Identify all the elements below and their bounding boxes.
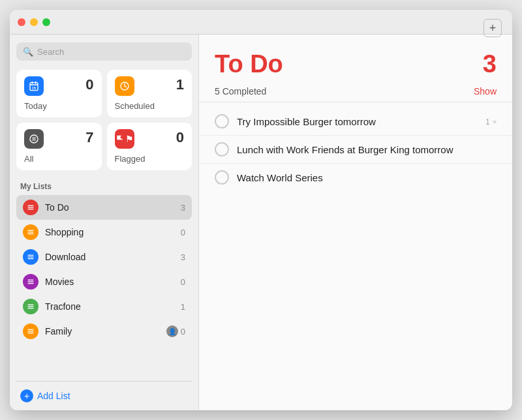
movies-list-name: Movies	[45, 277, 174, 287]
family-badge: 👤 0	[166, 325, 185, 337]
shopping-list-icon	[23, 224, 38, 240]
sidebar: 🔍 Search 15 0 Today 1	[10, 35, 199, 410]
all-icon	[24, 129, 44, 149]
task-checkbox[interactable]	[215, 114, 229, 128]
smart-list-all[interactable]: 7 All	[16, 123, 102, 170]
list-items: To Do 3 Shopping 0 Download	[16, 195, 192, 381]
search-bar[interactable]: 🔍 Search	[16, 42, 192, 61]
download-list-icon	[23, 249, 38, 265]
family-list-icon	[23, 323, 38, 339]
today-count: 0	[85, 76, 93, 93]
all-count: 7	[85, 129, 93, 146]
show-completed-button[interactable]: Show	[474, 86, 497, 97]
family-list-count: 0	[181, 327, 185, 337]
add-list-footer[interactable]: + Add List	[16, 381, 192, 410]
svg-text:15: 15	[32, 86, 36, 90]
chevron-right-icon: »	[493, 117, 497, 125]
app-window: + 🔍 Search 15 0 Today	[10, 10, 512, 410]
flagged-icon: ⚑	[115, 129, 134, 149]
download-list-name: Download	[45, 252, 174, 262]
smart-list-today[interactable]: 15 0 Today	[16, 70, 102, 117]
add-reminder-button[interactable]: +	[484, 19, 502, 37]
main-count: 3	[483, 50, 497, 78]
main-content: 🔍 Search 15 0 Today 1	[10, 35, 512, 410]
task-checkbox[interactable]	[215, 170, 229, 185]
scheduled-count: 1	[176, 76, 184, 93]
sidebar-item-tracfone[interactable]: Tracfone 1	[16, 294, 192, 319]
tasks-list: Try Impossible Burger tomorrow 1 » Lunch…	[199, 102, 512, 410]
today-label: Today	[24, 101, 94, 111]
subtask-count: 1	[485, 117, 490, 127]
main-title: To Do	[215, 50, 283, 78]
shopping-list-count: 0	[181, 228, 185, 237]
all-label: All	[24, 154, 94, 164]
tracfone-list-icon	[23, 299, 38, 314]
task-text: Try Impossible Burger tomorrow	[237, 116, 478, 127]
flagged-count: 0	[176, 129, 184, 146]
scheduled-icon	[115, 76, 134, 96]
smart-list-scheduled[interactable]: 1 Scheduled	[107, 70, 192, 117]
movies-list-icon	[23, 274, 38, 290]
tracfone-list-count: 1	[181, 302, 185, 312]
sidebar-item-shopping[interactable]: Shopping 0	[16, 220, 192, 245]
sidebar-item-download[interactable]: Download 3	[16, 245, 192, 269]
task-row[interactable]: Watch World Series	[199, 164, 512, 191]
traffic-lights	[18, 18, 50, 26]
close-button[interactable]	[18, 18, 25, 26]
main-toolbar: 5 Completed Show	[199, 86, 512, 102]
titlebar	[10, 10, 512, 35]
todo-list-name: To Do	[45, 202, 174, 213]
movies-list-count: 0	[181, 277, 185, 287]
shopping-list-name: Shopping	[45, 227, 174, 237]
todo-list-icon	[23, 200, 38, 215]
smart-list-flagged[interactable]: ⚑ 0 Flagged	[107, 123, 192, 170]
download-list-count: 3	[181, 252, 185, 262]
add-list-label: Add List	[37, 391, 70, 401]
search-icon: 🔍	[23, 47, 33, 57]
maximize-button[interactable]	[42, 18, 50, 26]
today-icon: 15	[24, 76, 44, 96]
sidebar-item-movies[interactable]: Movies 0	[16, 269, 192, 294]
shared-person-icon: 👤	[166, 325, 178, 337]
family-list-name: Family	[45, 326, 160, 337]
scheduled-label: Scheduled	[115, 101, 185, 111]
main-panel: To Do 3 5 Completed Show Try Impossible …	[199, 35, 512, 410]
task-row[interactable]: Lunch with Work Friends at Burger King t…	[199, 136, 512, 164]
sidebar-item-todo[interactable]: To Do 3	[16, 195, 192, 220]
tracfone-list-name: Tracfone	[45, 301, 174, 312]
task-checkbox[interactable]	[215, 142, 229, 157]
flagged-label: Flagged	[115, 154, 185, 164]
todo-list-count: 3	[181, 203, 185, 213]
task-row[interactable]: Try Impossible Burger tomorrow 1 »	[199, 108, 512, 136]
smart-lists: 15 0 Today 1 Scheduled	[16, 70, 192, 170]
minimize-button[interactable]	[30, 18, 38, 26]
completed-label: 5 Completed	[215, 86, 266, 97]
task-text: Lunch with Work Friends at Burger King t…	[237, 144, 497, 155]
search-placeholder: Search	[37, 47, 64, 57]
task-meta: 1 »	[485, 117, 497, 127]
sidebar-item-family[interactable]: Family 👤 0	[16, 319, 192, 344]
my-lists-title: My Lists	[16, 182, 192, 191]
task-text: Watch World Series	[237, 172, 497, 183]
add-list-plus-icon: +	[20, 389, 33, 402]
main-header: To Do 3	[199, 35, 512, 86]
